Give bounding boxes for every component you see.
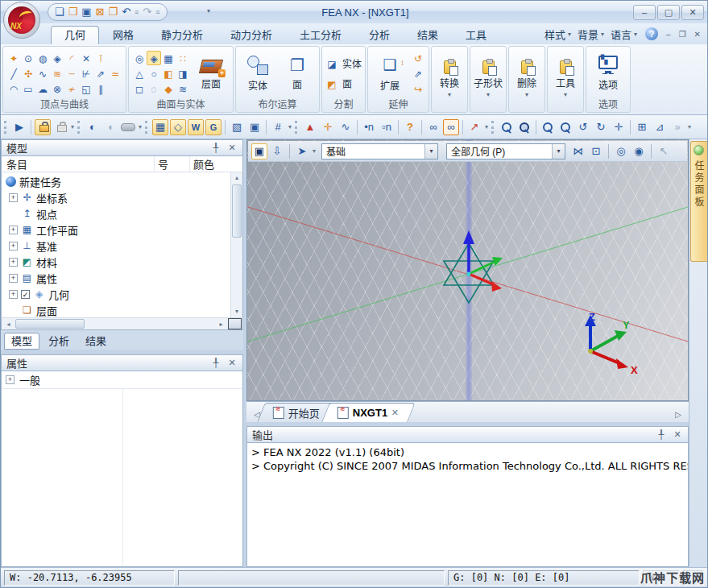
unlock-icon[interactable] <box>35 119 51 135</box>
contour-icon[interactable]: ▲ <box>302 119 318 135</box>
fillet-curve-icon[interactable]: ◜ <box>64 51 79 65</box>
tab-static-analysis[interactable]: 静力分析 <box>147 26 217 44</box>
circle-center-icon[interactable]: ⊙ <box>21 51 35 65</box>
tree-item[interactable]: ↥ 视点 <box>2 205 242 222</box>
scrollbar-thumb[interactable] <box>232 184 242 238</box>
pick-any-icon[interactable]: ◎ <box>613 143 629 159</box>
tab-results[interactable]: 结果 <box>404 26 452 44</box>
function-graph-icon[interactable]: ∿ <box>337 119 354 135</box>
segment-icon[interactable]: ∥ <box>93 81 108 96</box>
boolean-solid-button[interactable]: 实体 <box>239 50 276 97</box>
rectangle-icon[interactable]: ▭ <box>21 81 35 96</box>
geometry-tools-button[interactable]: 工具 ▾ <box>547 46 584 113</box>
close-all-icon[interactable]: ❐ <box>109 4 118 20</box>
pan-icon[interactable]: ✛ <box>611 119 627 135</box>
scroll-down-icon[interactable]: ▾ <box>231 306 242 317</box>
cone-icon[interactable]: △ <box>132 66 147 81</box>
topology-icon[interactable]: ∞ <box>425 119 441 135</box>
column-color[interactable]: 颜色 <box>189 156 242 172</box>
rotate-cw-icon[interactable]: ↻ <box>593 119 609 135</box>
overflow-arrow[interactable]: ▾ <box>485 123 488 130</box>
select-mode-arrow[interactable]: ▾ <box>313 147 316 155</box>
query-icon[interactable]: ? <box>402 119 418 135</box>
rotate-ccw-icon[interactable]: ↺ <box>575 119 591 135</box>
zoom-all-icon[interactable] <box>499 119 515 135</box>
tab-tools[interactable]: 工具 <box>452 26 500 44</box>
quick-access-overflow-icon[interactable]: ▾ <box>207 7 210 14</box>
snap-grid-icon[interactable]: # <box>270 119 286 135</box>
open-icon[interactable]: ❒ <box>68 4 78 20</box>
style-menu[interactable]: 样式 ▾ <box>541 27 574 42</box>
ellipse-icon[interactable]: ⊗ <box>50 81 64 96</box>
options-button[interactable]: 选项 <box>590 50 627 97</box>
plane-pin-icon[interactable]: ▣ <box>246 119 263 135</box>
edge-curve-icon[interactable]: ≃ <box>108 66 122 81</box>
link-view-icon[interactable]: ◖ <box>102 119 118 135</box>
layer-button[interactable]: 层面 <box>193 50 230 97</box>
close-icon[interactable]: ✕ <box>672 429 683 440</box>
solid-box-icon[interactable]: ◆ <box>161 81 176 96</box>
toolbar-grip[interactable] <box>4 121 7 134</box>
delete-button[interactable]: 删除 ▾ <box>508 46 545 113</box>
vertical-scrollbar[interactable]: ▴ ▾ <box>230 172 242 317</box>
tab-mesh[interactable]: 网格 <box>99 26 147 44</box>
pin-icon[interactable]: ╀ <box>210 143 222 153</box>
toggle-icon[interactable] <box>120 119 136 135</box>
tree-item[interactable]: + ▦ 工作平面 <box>2 222 242 238</box>
zoom-grid-icon[interactable] <box>516 119 532 135</box>
project-point-icon[interactable]: ⊺ <box>93 51 108 65</box>
toolbar-grip[interactable] <box>77 121 81 134</box>
close-button[interactable]: ✕ <box>681 5 704 20</box>
dock-tab-analysis[interactable]: 分析 <box>41 333 77 350</box>
close-icon[interactable]: ✕ <box>226 358 238 368</box>
column-number[interactable]: 号 <box>154 156 189 172</box>
tree-checkbox[interactable]: ✓ <box>21 290 30 299</box>
wcs-toggle-icon[interactable]: W <box>188 119 204 135</box>
arc-icon[interactable]: ◠ <box>6 81 21 96</box>
dashed-line-icon[interactable]: ┄ <box>64 66 79 81</box>
corner-box-icon[interactable]: ◧ <box>161 66 176 81</box>
intersect-curve-icon[interactable]: ✕ <box>79 51 93 65</box>
grid-toggle-icon[interactable]: ▦ <box>152 119 168 135</box>
overflow-arrow[interactable]: ▾ <box>688 123 691 130</box>
zoom-window-icon[interactable] <box>540 119 556 135</box>
more-icon[interactable]: » <box>669 119 685 135</box>
workplane-toggle-icon[interactable]: ◇ <box>170 119 186 135</box>
tab-geometry[interactable]: 几何 <box>51 26 99 44</box>
tree-expander[interactable] <box>9 209 18 218</box>
checker-face-icon[interactable]: ▦ <box>161 51 176 65</box>
box-icon[interactable]: ◈ <box>147 51 161 65</box>
toolbar-grip[interactable] <box>145 121 148 134</box>
background-menu[interactable]: 背景 ▾ <box>574 27 607 42</box>
toolbar-grip[interactable] <box>295 121 298 134</box>
tab-geotechnical-analysis[interactable]: 土工分析 <box>286 26 355 44</box>
overflow-arrow[interactable]: ▾ <box>139 123 142 130</box>
app-logo-icon[interactable]: NX <box>3 2 40 39</box>
circle-face-icon[interactable]: ○ <box>147 66 161 81</box>
chevron-down-icon[interactable]: ▾ <box>552 144 565 159</box>
scroll-left-icon[interactable]: ◂ <box>2 321 14 328</box>
scroll-up-icon[interactable]: ▴ <box>231 172 242 184</box>
tree-item[interactable]: + ✓ ◈ 几何 <box>2 286 242 302</box>
sweep-curve-icon[interactable]: ↪ <box>411 81 425 96</box>
properties-general-row[interactable]: + 一般 <box>1 371 243 389</box>
scroll-right-icon[interactable]: ▸ <box>215 321 227 328</box>
subshape-button[interactable]: 子形状 ▾ <box>470 46 507 113</box>
mask-view-icon[interactable]: ◐ <box>85 119 101 135</box>
close-document-icon[interactable]: ⊠ <box>96 4 105 20</box>
boolean-face-button[interactable]: ❐ 面 <box>279 50 316 97</box>
scrollbar-thumb[interactable] <box>15 319 85 329</box>
transform-button[interactable]: 转换 ▾ <box>431 46 468 113</box>
pick-box-icon[interactable]: ⊡ <box>588 143 604 159</box>
selection-filter-combobox[interactable]: 全部几何 (P) ▾ <box>446 143 565 159</box>
tree-expander[interactable]: + <box>9 226 18 234</box>
polyline-icon[interactable]: ✣ <box>21 66 35 81</box>
overflow-arrow[interactable]: ▾ <box>71 123 74 130</box>
tree-item[interactable]: + ▤ 属性 <box>2 270 242 286</box>
dock-tab-results[interactable]: 结果 <box>78 333 114 350</box>
output-log[interactable]: > FEA NX 2022 (v1.1) (64bit)> Copyright … <box>246 443 689 567</box>
sweep-face-icon[interactable]: ⇗ <box>411 66 425 81</box>
viewport-3d[interactable]: Z Y X ▣⇩➤▾ 基础 ▾ 全部几何 (P) ▾ <box>246 139 689 401</box>
spline-icon[interactable]: ∿ <box>35 66 50 81</box>
help-icon[interactable]: ? <box>645 27 658 40</box>
